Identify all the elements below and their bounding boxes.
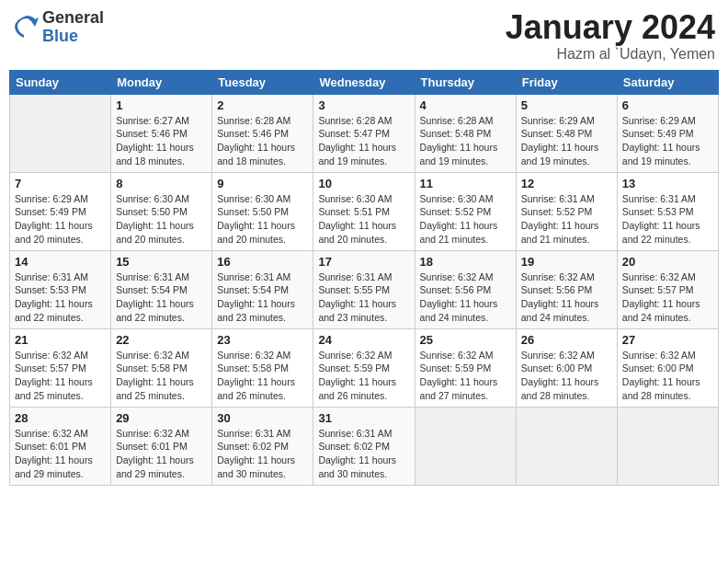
day-info: Sunrise: 6:28 AMSunset: 5:48 PMDaylight:… [420,114,511,168]
day-number: 16 [217,255,308,269]
day-number: 28 [15,411,106,425]
day-info: Sunrise: 6:32 AMSunset: 6:00 PMDaylight:… [521,349,612,403]
day-number: 15 [116,255,207,269]
day-number: 22 [116,333,207,347]
logo-text: General Blue [42,9,104,46]
day-info: Sunrise: 6:28 AMSunset: 5:47 PMDaylight:… [318,114,409,168]
calendar-cell [415,407,516,485]
day-info: Sunrise: 6:32 AMSunset: 6:01 PMDaylight:… [116,427,207,481]
calendar-cell: 6Sunrise: 6:29 AMSunset: 5:49 PMDaylight… [617,94,718,172]
day-info: Sunrise: 6:32 AMSunset: 5:58 PMDaylight:… [217,349,308,403]
day-number: 18 [420,255,511,269]
calendar-cell: 25Sunrise: 6:32 AMSunset: 5:59 PMDayligh… [415,328,516,407]
day-info: Sunrise: 6:30 AMSunset: 5:52 PMDaylight:… [420,192,511,247]
week-row-4: 21Sunrise: 6:32 AMSunset: 5:57 PMDayligh… [10,328,719,407]
day-info: Sunrise: 6:30 AMSunset: 5:50 PMDaylight:… [116,192,207,247]
calendar-cell [617,407,718,485]
calendar-cell: 5Sunrise: 6:29 AMSunset: 5:48 PMDaylight… [516,94,617,172]
calendar-cell: 10Sunrise: 6:30 AMSunset: 5:51 PMDayligh… [313,172,415,250]
day-info: Sunrise: 6:32 AMSunset: 5:57 PMDaylight:… [622,270,713,325]
day-number: 20 [622,255,713,269]
calendar-cell: 19Sunrise: 6:32 AMSunset: 5:56 PMDayligh… [516,250,617,328]
calendar-cell: 27Sunrise: 6:32 AMSunset: 6:00 PMDayligh… [617,328,718,407]
calendar-cell: 2Sunrise: 6:28 AMSunset: 5:46 PMDaylight… [212,94,313,172]
day-number: 1 [116,98,207,112]
day-number: 6 [622,98,713,112]
day-number: 31 [318,411,409,425]
day-number: 11 [420,177,511,190]
day-number: 29 [116,411,207,425]
location-subtitle: Hazm al `Udayn, Yemen [506,46,715,63]
calendar-cell: 12Sunrise: 6:31 AMSunset: 5:52 PMDayligh… [516,172,617,250]
calendar-cell: 17Sunrise: 6:31 AMSunset: 5:55 PMDayligh… [313,250,415,328]
calendar-cell: 30Sunrise: 6:31 AMSunset: 6:02 PMDayligh… [212,407,313,485]
day-number: 21 [15,333,106,347]
day-number: 30 [217,411,308,425]
day-info: Sunrise: 6:30 AMSunset: 5:50 PMDaylight:… [217,192,308,247]
weekday-header-sunday: Sunday [10,70,111,94]
day-number: 19 [521,255,612,269]
day-info: Sunrise: 6:32 AMSunset: 6:01 PMDaylight:… [15,427,106,481]
weekday-header-thursday: Thursday [415,70,516,94]
calendar-cell: 31Sunrise: 6:31 AMSunset: 6:02 PMDayligh… [313,407,415,485]
day-info: Sunrise: 6:30 AMSunset: 5:51 PMDaylight:… [318,192,409,247]
day-info: Sunrise: 6:32 AMSunset: 5:58 PMDaylight:… [116,349,207,403]
day-info: Sunrise: 6:31 AMSunset: 5:55 PMDaylight:… [318,270,409,325]
calendar-table: SundayMondayTuesdayWednesdayThursdayFrid… [9,70,719,486]
title-section: January 2024 Hazm al `Udayn, Yemen [506,9,715,63]
week-row-5: 28Sunrise: 6:32 AMSunset: 6:01 PMDayligh… [10,407,719,485]
logo: General Blue [13,9,104,46]
calendar-cell: 24Sunrise: 6:32 AMSunset: 5:59 PMDayligh… [313,328,415,407]
calendar-cell: 8Sunrise: 6:30 AMSunset: 5:50 PMDaylight… [111,172,212,250]
day-info: Sunrise: 6:28 AMSunset: 5:46 PMDaylight:… [217,114,308,168]
weekday-header-friday: Friday [516,70,617,94]
logo-icon [13,14,40,41]
day-number: 5 [521,98,612,112]
page-header: General Blue January 2024 Hazm al `Udayn… [9,9,719,63]
calendar-cell: 15Sunrise: 6:31 AMSunset: 5:54 PMDayligh… [111,250,212,328]
day-number: 2 [217,98,308,112]
day-number: 4 [420,98,511,112]
calendar-cell: 18Sunrise: 6:32 AMSunset: 5:56 PMDayligh… [415,250,516,328]
day-info: Sunrise: 6:31 AMSunset: 5:52 PMDaylight:… [521,192,612,247]
day-info: Sunrise: 6:29 AMSunset: 5:49 PMDaylight:… [622,114,713,168]
day-info: Sunrise: 6:32 AMSunset: 6:00 PMDaylight:… [622,349,713,403]
calendar-cell: 28Sunrise: 6:32 AMSunset: 6:01 PMDayligh… [10,407,111,485]
logo-blue: Blue [42,28,104,46]
day-number: 13 [622,177,713,190]
calendar-cell: 11Sunrise: 6:30 AMSunset: 5:52 PMDayligh… [415,172,516,250]
calendar-cell [516,407,617,485]
calendar-cell: 3Sunrise: 6:28 AMSunset: 5:47 PMDaylight… [313,94,415,172]
week-row-1: 1Sunrise: 6:27 AMSunset: 5:46 PMDaylight… [10,94,719,172]
calendar-cell: 23Sunrise: 6:32 AMSunset: 5:58 PMDayligh… [212,328,313,407]
day-info: Sunrise: 6:31 AMSunset: 5:53 PMDaylight:… [15,270,106,325]
calendar-cell: 21Sunrise: 6:32 AMSunset: 5:57 PMDayligh… [10,328,111,407]
day-number: 10 [318,177,409,190]
day-info: Sunrise: 6:27 AMSunset: 5:46 PMDaylight:… [116,114,207,168]
day-info: Sunrise: 6:29 AMSunset: 5:49 PMDaylight:… [15,192,106,247]
day-info: Sunrise: 6:31 AMSunset: 6:02 PMDaylight:… [217,427,308,481]
day-number: 9 [217,177,308,190]
calendar-cell: 13Sunrise: 6:31 AMSunset: 5:53 PMDayligh… [617,172,718,250]
day-number: 12 [521,177,612,190]
day-number: 26 [521,333,612,347]
day-info: Sunrise: 6:32 AMSunset: 5:56 PMDaylight:… [521,270,612,325]
week-row-3: 14Sunrise: 6:31 AMSunset: 5:53 PMDayligh… [10,250,719,328]
day-info: Sunrise: 6:31 AMSunset: 5:53 PMDaylight:… [622,192,713,247]
day-number: 14 [15,255,106,269]
calendar-cell: 9Sunrise: 6:30 AMSunset: 5:50 PMDaylight… [212,172,313,250]
day-info: Sunrise: 6:31 AMSunset: 6:02 PMDaylight:… [318,427,409,481]
calendar-cell: 29Sunrise: 6:32 AMSunset: 6:01 PMDayligh… [111,407,212,485]
day-number: 23 [217,333,308,347]
day-number: 8 [116,177,207,190]
weekday-header-tuesday: Tuesday [212,70,313,94]
day-number: 17 [318,255,409,269]
calendar-cell: 22Sunrise: 6:32 AMSunset: 5:58 PMDayligh… [111,328,212,407]
day-info: Sunrise: 6:29 AMSunset: 5:48 PMDaylight:… [521,114,612,168]
calendar-cell: 1Sunrise: 6:27 AMSunset: 5:46 PMDaylight… [111,94,212,172]
calendar-cell: 14Sunrise: 6:31 AMSunset: 5:53 PMDayligh… [10,250,111,328]
day-number: 24 [318,333,409,347]
calendar-cell: 4Sunrise: 6:28 AMSunset: 5:48 PMDaylight… [415,94,516,172]
weekday-header-monday: Monday [111,70,212,94]
day-info: Sunrise: 6:32 AMSunset: 5:56 PMDaylight:… [420,270,511,325]
